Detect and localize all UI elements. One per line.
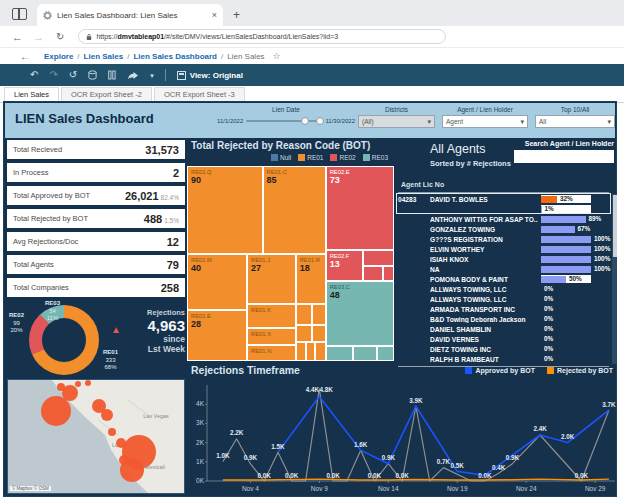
treemap-cell-RE01.Q[interactable]: RE01.Q90 bbox=[187, 166, 263, 254]
forward-icon[interactable]: → bbox=[33, 31, 44, 43]
treemap-cell-RE03.C[interactable]: RE03.C48 bbox=[326, 281, 394, 346]
breadcrumb-back-icon[interactable]: ← bbox=[20, 51, 30, 62]
view-original-button[interactable]: View: Original bbox=[177, 71, 243, 80]
tab-layout-icon[interactable] bbox=[12, 8, 27, 20]
treemap-cell[interactable] bbox=[296, 325, 313, 343]
new-tab-button[interactable]: + bbox=[233, 8, 240, 22]
treemap-cell-RE01.X[interactable]: RE01.X bbox=[247, 328, 296, 346]
browser-tab[interactable]: Lien Sales Dashboard: Lien Sales × bbox=[37, 4, 223, 26]
treemap-cell[interactable] bbox=[315, 342, 325, 361]
legend-item-Approved-by-BOT[interactable]: Approved by BOT bbox=[465, 367, 535, 374]
pause-icon[interactable] bbox=[108, 70, 116, 80]
slider-handle-right[interactable] bbox=[316, 117, 324, 125]
map-bubble[interactable] bbox=[41, 396, 71, 426]
treemap-cell-RE02.F[interactable]: RE02.F13 bbox=[326, 250, 363, 281]
agent-row[interactable]: POMONA BODY & PAINT50% bbox=[398, 274, 609, 284]
slider-handle-left[interactable] bbox=[301, 117, 309, 125]
treemap-cell-RE01.C[interactable]: RE01.C85 bbox=[263, 166, 326, 254]
lien-date-slider[interactable] bbox=[246, 120, 322, 122]
agent-row[interactable]: ISIAH KNOX100% bbox=[398, 254, 609, 264]
treemap-cell-RE01.J[interactable]: RE01.J27 bbox=[247, 254, 296, 305]
districts-dropdown[interactable]: (All)▾ bbox=[358, 115, 435, 128]
treemap-cell-RE01.K[interactable]: RE01.K bbox=[247, 304, 296, 327]
tab-close-icon[interactable]: × bbox=[212, 10, 217, 20]
revert-icon[interactable]: ↺ bbox=[69, 70, 77, 80]
treemap-cell-RE01.R[interactable]: RE01.R18 bbox=[296, 254, 326, 305]
map-bubble[interactable] bbox=[57, 383, 65, 391]
agents-scrollbar[interactable] bbox=[612, 194, 617, 364]
treemap-cell[interactable] bbox=[377, 346, 394, 361]
legend-item-RE03[interactable]: RE03 bbox=[363, 154, 388, 161]
breadcrumb-item[interactable]: Lien Sales Dashboard bbox=[133, 52, 217, 61]
timeframe-line-chart[interactable]: 0K1K2K3K4KNov 4Nov 9Nov 14Nov 19Nov 24No… bbox=[187, 378, 617, 494]
treemap-cell[interactable] bbox=[296, 304, 313, 324]
sheet-tab-0[interactable]: Lien Sales bbox=[4, 87, 59, 102]
map-bubble[interactable] bbox=[85, 380, 91, 386]
agent-dropdown[interactable]: Agent▾ bbox=[442, 115, 528, 128]
search-agent-input[interactable] bbox=[514, 150, 614, 163]
map-bubble[interactable] bbox=[101, 409, 113, 421]
kpi-value: 79 bbox=[167, 259, 179, 271]
treemap-cell[interactable] bbox=[363, 250, 394, 267]
lien-map[interactable]: Los ALas VegasMexicali © Mapbox © OSM bbox=[7, 379, 185, 494]
agent-row[interactable]: DIETZ TOWING INC0% bbox=[398, 344, 609, 354]
agent-row[interactable]: DANIEL SHAMBLIN0% bbox=[398, 324, 609, 334]
treemap-cell[interactable] bbox=[326, 346, 353, 361]
agent-row[interactable]: ARMADA TRANSPORT INC0% bbox=[398, 304, 609, 314]
rejections-donut-chart[interactable] bbox=[29, 305, 99, 375]
back-icon[interactable]: ← bbox=[12, 31, 23, 43]
legend-item-Rejected-by-BOT[interactable]: Rejected by BOT bbox=[547, 367, 613, 374]
top10-dropdown[interactable]: All▾ bbox=[535, 115, 615, 128]
treemap-cell[interactable] bbox=[296, 342, 306, 361]
undo-icon[interactable]: ↶ bbox=[30, 70, 38, 80]
treemap-cell[interactable] bbox=[363, 266, 383, 281]
breadcrumb-item[interactable]: Lien Sales bbox=[84, 52, 124, 61]
legend-item-RE01[interactable]: RE01 bbox=[298, 154, 323, 161]
treemap-cell[interactable] bbox=[312, 325, 325, 343]
refresh-icon[interactable]: ↻ bbox=[56, 31, 64, 42]
agent-bar bbox=[541, 246, 591, 253]
breadcrumb-item[interactable]: Lien Sales bbox=[227, 52, 264, 61]
agent-row[interactable]: ELVIN WORTHEY100% bbox=[398, 244, 609, 254]
refresh-data-icon[interactable] bbox=[88, 70, 97, 80]
treemap-cell-RE01.M[interactable]: RE01.M40 bbox=[187, 254, 247, 311]
agent-pct: 100% bbox=[594, 245, 610, 253]
legend-item-Null[interactable]: Null bbox=[271, 154, 291, 161]
agent-row[interactable]: GONZALEZ TOWING67% bbox=[398, 224, 609, 234]
share-icon[interactable] bbox=[127, 71, 139, 80]
agent-row[interactable]: G???S REGISTRATION100% bbox=[398, 234, 609, 244]
agent-row[interactable]: ALLWAYS TOWING, LLC0% bbox=[398, 284, 609, 294]
agent-row[interactable]: ANTHONY WITTIG FOR ASAP TO..89% bbox=[398, 214, 609, 224]
agent-row[interactable]: 1% bbox=[398, 204, 609, 214]
agent-row[interactable]: ALLWAYS TOWING. LLC0% bbox=[398, 294, 609, 304]
agent-name: DIETZ TOWING INC bbox=[430, 346, 541, 353]
legend-item-RE02[interactable]: RE02 bbox=[330, 154, 355, 161]
agent-row[interactable]: B&D Towing Deborah Jackson0% bbox=[398, 314, 609, 324]
sheet-tab-2[interactable]: OCR Export Sheet -3 bbox=[154, 87, 245, 102]
treemap-cell[interactable] bbox=[353, 346, 378, 361]
treemap-cell[interactable] bbox=[312, 304, 325, 324]
agent-row[interactable]: 04283DAVID T. BOWLES32% bbox=[398, 194, 609, 204]
treemap-cell[interactable] bbox=[306, 342, 315, 361]
svg-text:0.9K: 0.9K bbox=[244, 454, 258, 461]
favorite-star-icon[interactable]: ☆ bbox=[273, 51, 281, 61]
map-bubble[interactable] bbox=[108, 428, 116, 436]
agent-label: Agent / Lien Holder bbox=[442, 106, 528, 113]
treemap-cell[interactable] bbox=[383, 266, 394, 281]
agent-row[interactable]: DAVID VERNES0% bbox=[398, 334, 609, 344]
share-caret-icon[interactable]: ▾ bbox=[150, 72, 154, 79]
treemap-cell-RE01.E[interactable]: RE01.E28 bbox=[187, 310, 247, 361]
redo-icon[interactable]: ↷ bbox=[49, 70, 57, 80]
scrollbar-thumb[interactable] bbox=[613, 195, 617, 257]
svg-text:0.0K: 0.0K bbox=[326, 472, 340, 479]
treemap-cell-RE01.N[interactable]: RE01.N bbox=[247, 345, 296, 361]
treemap-cell-RE02.E[interactable]: RE02.E73 bbox=[326, 166, 394, 250]
breadcrumb-item[interactable]: Explore bbox=[44, 52, 73, 61]
address-field[interactable]: https://dmvtableap01/#/site/DMV/views/Li… bbox=[78, 29, 446, 44]
agent-row[interactable]: NA100% bbox=[398, 264, 609, 274]
map-bubble[interactable] bbox=[75, 381, 81, 387]
treemap-chart[interactable]: RE01.Q90RE01.C85RE02.E73RE01.M40RE01.J27… bbox=[187, 166, 394, 361]
view-icon bbox=[177, 71, 186, 80]
map-bubble[interactable] bbox=[119, 455, 129, 465]
sheet-tab-1[interactable]: OCR Export Sheet -2 bbox=[61, 87, 152, 102]
